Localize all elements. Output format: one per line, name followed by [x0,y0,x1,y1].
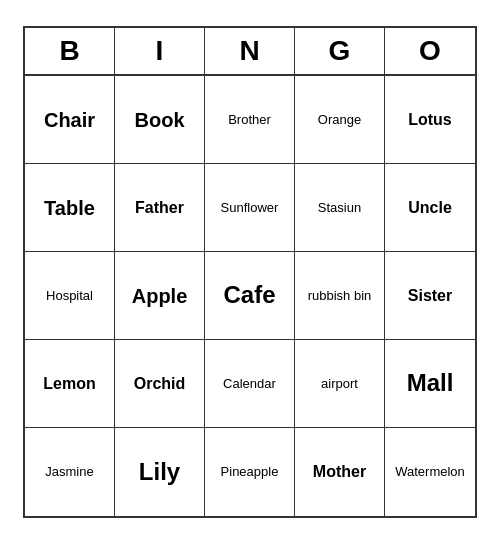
grid-cell: Hospital [25,252,115,340]
grid-cell: airport [295,340,385,428]
cell-text: Watermelon [395,464,465,480]
cell-text: Brother [228,112,271,128]
bingo-card: BINGO ChairBookBrotherOrangeLotusTableFa… [23,26,477,518]
header-cell-n: N [205,28,295,76]
grid-cell: Book [115,76,205,164]
cell-text: Pineapple [221,464,279,480]
grid-cell: Pineapple [205,428,295,516]
cell-text: Table [44,196,95,220]
header-cell-b: B [25,28,115,76]
grid-cell: Mother [295,428,385,516]
grid-row: LemonOrchidCalendarairportMall [25,340,475,428]
cell-text: Book [135,108,185,132]
cell-text: Orange [318,112,361,128]
grid-cell: Sister [385,252,475,340]
cell-text: Apple [132,284,188,308]
grid-row: JasmineLilyPineappleMotherWatermelon [25,428,475,516]
cell-text: Uncle [408,198,452,217]
grid-cell: Mall [385,340,475,428]
grid-cell: Orchid [115,340,205,428]
cell-text: airport [321,376,358,392]
cell-text: Calendar [223,376,276,392]
grid-row: HospitalAppleCaferubbish binSister [25,252,475,340]
cell-text: Hospital [46,288,93,304]
grid-cell: Watermelon [385,428,475,516]
header-cell-i: I [115,28,205,76]
cell-text: Lemon [43,374,95,393]
grid-cell: Calendar [205,340,295,428]
grid-cell: Uncle [385,164,475,252]
grid-cell: Brother [205,76,295,164]
grid-cell: Father [115,164,205,252]
cell-text: Lotus [408,110,452,129]
header-letter: I [156,35,164,67]
grid-cell: Sunflower [205,164,295,252]
cell-text: Mall [407,369,454,398]
header-cell-g: G [295,28,385,76]
grid-cell: rubbish bin [295,252,385,340]
grid-cell: Stasiun [295,164,385,252]
cell-text: rubbish bin [308,288,372,304]
grid-cell: Lily [115,428,205,516]
cell-text: Cafe [223,281,275,310]
cell-text: Mother [313,462,366,481]
grid-cell: Lemon [25,340,115,428]
header-letter: O [419,35,441,67]
grid-row: ChairBookBrotherOrangeLotus [25,76,475,164]
header-letter: N [239,35,259,67]
bingo-grid: ChairBookBrotherOrangeLotusTableFatherSu… [25,76,475,516]
cell-text: Orchid [134,374,186,393]
cell-text: Chair [44,108,95,132]
cell-text: Father [135,198,184,217]
grid-cell: Jasmine [25,428,115,516]
header-letter: G [329,35,351,67]
grid-cell: Apple [115,252,205,340]
cell-text: Stasiun [318,200,361,216]
cell-text: Sunflower [221,200,279,216]
grid-cell: Chair [25,76,115,164]
grid-cell: Cafe [205,252,295,340]
grid-cell: Lotus [385,76,475,164]
grid-cell: Table [25,164,115,252]
cell-text: Jasmine [45,464,93,480]
header-cell-o: O [385,28,475,76]
cell-text: Sister [408,286,452,305]
header-letter: B [59,35,79,67]
header-row: BINGO [25,28,475,76]
grid-row: TableFatherSunflowerStasiunUncle [25,164,475,252]
grid-cell: Orange [295,76,385,164]
cell-text: Lily [139,458,180,487]
